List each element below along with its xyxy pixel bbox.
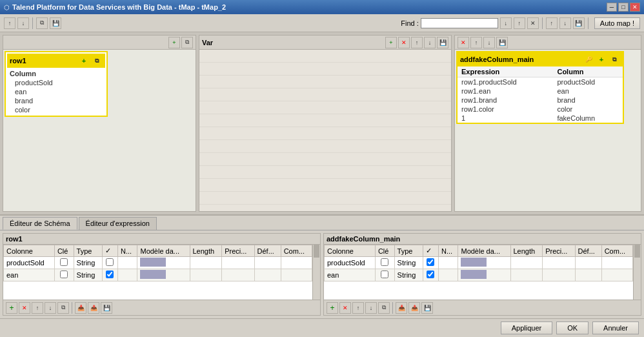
automap-button[interactable]: Auto map ! xyxy=(594,17,640,29)
right-row1-cle xyxy=(375,269,394,281)
var-save-btn[interactable]: 💾 xyxy=(437,37,448,48)
right-col-type: Type xyxy=(394,245,423,257)
right-import-btn[interactable]: 📥 xyxy=(396,302,407,314)
left-import-btn[interactable]: 📥 xyxy=(75,302,86,314)
left-row1-n xyxy=(118,269,137,281)
right-row1-color xyxy=(461,270,487,279)
left-schema-table-container[interactable]: Colonne Clé Type ✓ N... Modèle da... Len… xyxy=(3,245,320,300)
appliquer-button[interactable]: Appliquer xyxy=(501,322,552,334)
left-col-n: N... xyxy=(118,245,137,257)
col-4: fakeColumn xyxy=(553,114,623,123)
nav-down-btn[interactable]: ↓ xyxy=(559,17,571,29)
table-row: row1.ean ean xyxy=(458,87,623,96)
row1-schema-btn[interactable]: ⧉ xyxy=(91,55,103,66)
tab-schema-editor[interactable]: Éditeur de Schéma xyxy=(3,217,77,230)
table-row: ean String xyxy=(4,269,312,281)
var-add-btn[interactable]: + xyxy=(385,37,397,48)
find-input[interactable] xyxy=(421,18,498,28)
left-export-btn[interactable]: 📤 xyxy=(88,302,99,314)
save-map-btn[interactable]: 💾 xyxy=(573,17,585,29)
window-title: Talend Platform for Data Services with B… xyxy=(12,3,226,11)
global-toolbar: ↑ ↓ ⧉ 💾 Find : ↓ ↑ ✕ ↑ ↓ 💾 Auto map ! xyxy=(0,14,644,32)
ok-button[interactable]: OK xyxy=(556,322,589,334)
right-schema-scrollbar[interactable] xyxy=(633,245,641,300)
find-clear-btn[interactable]: ✕ xyxy=(527,17,539,29)
expr-2: row1.brand xyxy=(458,96,553,105)
right-schema-table-container[interactable]: Colonne Clé Type ✓ N... Modèle da... Len… xyxy=(324,245,641,300)
right-row1-length xyxy=(510,269,543,281)
right-schema-toolbar: + ✕ ↑ ↓ ⧉ 📥 📤 💾 xyxy=(324,300,641,315)
right-row1-cle-check[interactable] xyxy=(381,271,388,278)
tab-expression-editor[interactable]: Éditeur d'expression xyxy=(79,217,157,230)
tabs-bar: Éditeur de Schéma Éditeur d'expression xyxy=(0,216,644,230)
left-row0-cle xyxy=(54,257,74,269)
right-row-down-btn[interactable]: ↓ xyxy=(365,302,377,314)
right-add-row-btn[interactable]: + xyxy=(327,302,338,314)
left-copy-btn[interactable]: ⧉ xyxy=(57,302,69,314)
left-save-btn[interactable]: 💾 xyxy=(101,302,112,314)
right-col-com: Com... xyxy=(601,245,632,257)
right-row1-preci xyxy=(543,269,575,281)
right-add-btn[interactable]: ✕ xyxy=(458,37,469,48)
panels-area: + ⧉ row1 + ⧉ Column productSold ean bran… xyxy=(0,32,644,214)
right-row0-n xyxy=(439,257,458,269)
right-save-btn[interactable]: 💾 xyxy=(496,37,508,48)
toolbar-save-btn[interactable]: 💾 xyxy=(50,17,61,29)
right-del-row-btn[interactable]: ✕ xyxy=(339,302,351,314)
left-row0-length xyxy=(190,257,222,269)
toolbar-copy-btn[interactable]: ⧉ xyxy=(36,17,48,29)
left-panel-content: row1 + ⧉ Column productSold ean brand co… xyxy=(3,50,196,211)
left-row0-check-box[interactable] xyxy=(106,258,114,266)
left-row-down-btn[interactable]: ↓ xyxy=(45,302,56,314)
find-down-btn[interactable]: ↓ xyxy=(500,17,512,29)
right-copy-btn[interactable]: ⧉ xyxy=(378,302,390,314)
right-row0-def xyxy=(575,257,601,269)
output-table: Expression Column row1.productSold produ… xyxy=(458,66,623,123)
maximize-button[interactable]: □ xyxy=(618,3,629,12)
left-row0-cle-check[interactable] xyxy=(60,258,68,266)
left-col-preci: Preci... xyxy=(222,245,254,257)
row1-add-btn[interactable]: + xyxy=(78,55,90,66)
right-panel-content: addfakeColumn_main 🔑 + ⧉ Expression Colu… xyxy=(455,50,641,211)
right-row-up-btn[interactable]: ↑ xyxy=(352,302,364,314)
right-export-btn[interactable]: 📤 xyxy=(408,302,420,314)
right-up-btn[interactable]: ↑ xyxy=(470,37,482,48)
center-panel: Var + ✕ ↑ ↓ 💾 xyxy=(199,35,452,212)
right-col-n: N... xyxy=(439,245,458,257)
row1-col-header: Column xyxy=(7,69,105,78)
toolbar-down-btn[interactable]: ↓ xyxy=(17,17,29,29)
left-row1-check-box[interactable] xyxy=(106,271,114,278)
right-scroll-thumb xyxy=(634,245,640,258)
left-add-row-btn[interactable]: + xyxy=(6,302,17,314)
right-down-btn[interactable]: ↓ xyxy=(483,37,495,48)
output-key-btn[interactable]: 🔑 xyxy=(583,54,594,65)
var-del-btn[interactable]: ✕ xyxy=(398,37,410,48)
close-button[interactable]: ✕ xyxy=(630,3,640,12)
output-schema-btn[interactable]: ⧉ xyxy=(609,54,620,65)
toolbar-up-btn[interactable]: ↑ xyxy=(4,17,15,29)
output-add-btn[interactable]: + xyxy=(596,54,607,65)
left-panel-schema-btn[interactable]: ⧉ xyxy=(181,37,193,48)
right-row0-check-box[interactable] xyxy=(427,258,434,266)
table-row: row1.productSold productSold xyxy=(458,77,623,87)
right-row1-check-box[interactable] xyxy=(427,271,434,278)
var-up-btn[interactable]: ↑ xyxy=(411,37,423,48)
find-up-btn[interactable]: ↑ xyxy=(514,17,525,29)
right-row0-cle-check[interactable] xyxy=(381,258,388,266)
main-container: ↑ ↓ ⧉ 💾 Find : ↓ ↑ ✕ ↑ ↓ 💾 Auto map ! + … xyxy=(0,14,644,337)
var-header: Var + ✕ ↑ ↓ 💾 xyxy=(199,36,451,50)
left-row1-cle-check[interactable] xyxy=(60,271,68,278)
var-down-btn[interactable]: ↓ xyxy=(424,37,436,48)
minimize-button[interactable]: ─ xyxy=(607,3,617,12)
left-schema-toolbar: + ✕ ↑ ↓ ⧉ 📥 📤 💾 xyxy=(3,300,320,315)
left-del-row-btn[interactable]: ✕ xyxy=(19,302,30,314)
right-save-btn[interactable]: 💾 xyxy=(421,302,433,314)
nav-up-btn[interactable]: ↑ xyxy=(546,17,558,29)
left-schema-scrollbar[interactable] xyxy=(312,245,320,300)
row1-header: row1 + ⧉ xyxy=(7,54,105,68)
right-col-check: ✓ xyxy=(423,245,438,257)
right-row0-color xyxy=(461,258,487,267)
annuler-button[interactable]: Annuler xyxy=(592,322,639,334)
left-row-up-btn[interactable]: ↑ xyxy=(32,302,43,314)
left-panel-add-btn[interactable]: + xyxy=(168,37,180,48)
